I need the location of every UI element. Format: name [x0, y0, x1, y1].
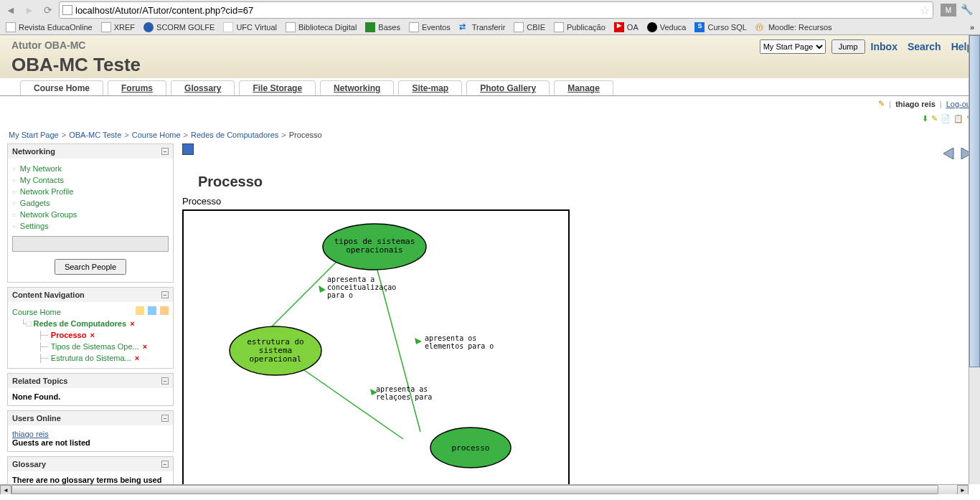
breadcrumb-link[interactable]: Redes de Computadores: [191, 131, 278, 139]
tab-manage[interactable]: Manage: [554, 80, 613, 95]
tree-course-home[interactable]: Course Home: [12, 308, 61, 316]
ufc-icon: [223, 22, 233, 32]
tab-file-storage[interactable]: File Storage: [239, 80, 316, 95]
panel-title-networking: Networking: [12, 147, 55, 156]
networking-link[interactable]: My Contacts: [20, 176, 64, 184]
bookmark-item[interactable]: CBIE: [514, 22, 545, 32]
collapse-icon[interactable]: −: [161, 461, 169, 468]
tab-forums[interactable]: Forums: [108, 80, 166, 95]
inbox-link[interactable]: Inbox: [871, 41, 897, 52]
gmail-icon[interactable]: M: [941, 4, 956, 16]
url-input[interactable]: [75, 5, 920, 16]
start-page-select[interactable]: My Start Page: [760, 39, 826, 54]
tab-course-home[interactable]: Course Home: [20, 80, 103, 95]
tree-tool-3[interactable]: [160, 306, 169, 315]
delete-icon[interactable]: ×: [88, 331, 94, 339]
sql-icon: S: [694, 22, 705, 32]
networking-link[interactable]: My Network: [20, 164, 62, 173]
bookmark-item[interactable]: UFC Virtual: [223, 22, 277, 32]
action-icon-2[interactable]: ✎: [931, 114, 938, 123]
networking-link[interactable]: Network Groups: [20, 210, 77, 219]
svg-text:elementos para o: elementos para o: [425, 342, 494, 350]
online-user[interactable]: thiago reis: [12, 430, 49, 438]
search-people-input[interactable]: [12, 236, 169, 252]
green-icon: [365, 22, 375, 32]
networking-link[interactable]: Gadgets: [20, 199, 50, 207]
bookmark-item[interactable]: Veduca: [647, 22, 687, 32]
breadcrumb-link[interactable]: OBA-MC Teste: [69, 131, 121, 139]
pencil-icon[interactable]: ✎: [878, 99, 885, 108]
bookmark-item[interactable]: ▶OA: [614, 22, 639, 32]
bookmark-item[interactable]: ⓜMoodle: Recursos: [755, 22, 832, 32]
action-icon-3[interactable]: 📄: [941, 114, 951, 123]
forward-button[interactable]: ►: [22, 2, 37, 18]
bookmark-item[interactable]: Publicação: [554, 22, 606, 32]
transfer-icon: ⇄: [459, 22, 469, 32]
tree-item[interactable]: Redes de Computadores: [34, 319, 127, 328]
delete-icon[interactable]: ×: [133, 354, 139, 362]
panel-title-related: Related Topics: [12, 377, 67, 385]
collapse-icon[interactable]: −: [161, 291, 169, 298]
tab-networking[interactable]: Networking: [320, 80, 394, 95]
vertical-scrollbar[interactable]: [969, 35, 980, 484]
veduca-icon: [647, 22, 657, 32]
svg-text:para o: para o: [327, 291, 353, 299]
reload-button[interactable]: ⟳: [40, 2, 56, 18]
bookmark-item[interactable]: SCurso SQL: [694, 22, 746, 32]
book-icon[interactable]: [182, 143, 194, 155]
collapse-icon[interactable]: −: [161, 415, 169, 422]
related-text: None Found.: [12, 392, 60, 401]
bookmark-item[interactable]: ⇄Transferir: [459, 22, 506, 32]
scroll-left-icon[interactable]: ◄: [0, 485, 11, 494]
panel-title-content-nav: Content Navigation: [12, 291, 85, 299]
page-icon: [6, 22, 16, 32]
tree-item[interactable]: Processo: [51, 331, 87, 339]
bookmark-item[interactable]: Revista EducaOnline: [6, 22, 93, 32]
collapse-icon[interactable]: −: [161, 148, 169, 155]
svg-text:apresenta os: apresenta os: [425, 334, 476, 342]
svg-text:relaçoes para: relaçoes para: [376, 393, 432, 401]
search-people-button[interactable]: Search People: [55, 259, 126, 275]
bookmark-item[interactable]: Bases: [365, 22, 400, 32]
tree-item[interactable]: Tipos de Sistemas Ope...: [51, 342, 139, 351]
bookmark-item[interactable]: Eventos: [409, 22, 451, 32]
action-icon-1[interactable]: ⬇: [922, 114, 928, 123]
jump-button[interactable]: Jump: [831, 39, 865, 54]
svg-marker-0: [943, 148, 953, 159]
scorm-icon: [143, 22, 154, 32]
guests-text: Guests are not listed: [12, 438, 90, 447]
networking-link[interactable]: Network Profile: [20, 187, 74, 196]
user-name: thiago reis: [895, 100, 936, 108]
search-link[interactable]: Search: [908, 41, 941, 52]
bookmark-star-icon[interactable]: ☆: [920, 4, 930, 17]
horizontal-scrollbar[interactable]: ◄ ►: [0, 484, 969, 494]
delete-icon[interactable]: ×: [128, 319, 134, 328]
svg-text:processo: processo: [452, 443, 490, 453]
tab-photo-gallery[interactable]: Photo Gallery: [466, 80, 550, 95]
back-button[interactable]: ◄: [3, 2, 19, 18]
breadcrumb-link[interactable]: Course Home: [132, 131, 181, 139]
breadcrumb-link[interactable]: My Start Page: [9, 131, 59, 139]
networking-link[interactable]: Settings: [20, 222, 49, 230]
svg-marker-7: [319, 286, 326, 293]
bookmark-item[interactable]: XREF: [101, 22, 135, 32]
url-bar[interactable]: ☆: [59, 1, 933, 19]
bookmark-item[interactable]: SCORM GOLFE: [143, 22, 215, 32]
svg-text:operacionais: operacionais: [346, 245, 402, 255]
page-heading: Processo: [198, 174, 973, 190]
collapse-icon[interactable]: −: [161, 377, 169, 385]
tree-item[interactable]: Estrutura do Sistema...: [51, 354, 131, 362]
page-icon: [101, 22, 111, 32]
tab-glossary[interactable]: Glossary: [171, 80, 235, 95]
scroll-right-icon[interactable]: ►: [957, 485, 969, 494]
tab-site-map[interactable]: Site-map: [398, 80, 462, 95]
bookmark-item[interactable]: Biblioteca Digital: [286, 22, 357, 32]
action-icon-4[interactable]: 📋: [953, 114, 963, 123]
tree-tool-2[interactable]: [148, 306, 156, 315]
wrench-icon[interactable]: 🔧: [961, 4, 973, 16]
prev-page-arrow[interactable]: [942, 148, 956, 159]
bookmarks-overflow[interactable]: »: [970, 23, 974, 32]
concept-diagram: tipos de sistemas operacionais estrutura…: [182, 209, 570, 494]
tree-tool-1[interactable]: [136, 306, 144, 315]
delete-icon[interactable]: ×: [141, 342, 147, 351]
